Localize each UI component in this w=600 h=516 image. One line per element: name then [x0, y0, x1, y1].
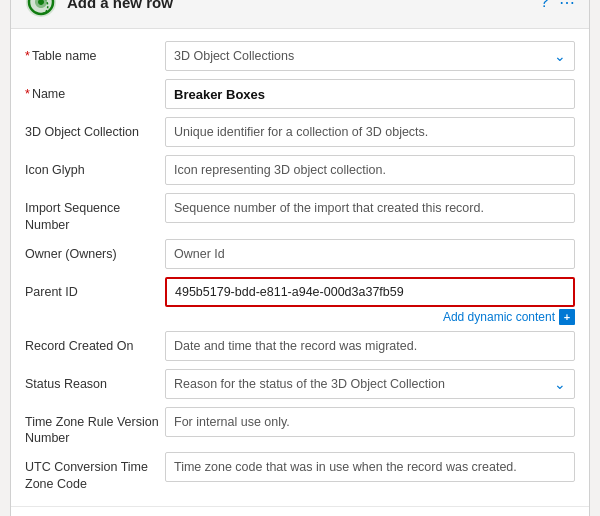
name-row: *Name Breaker Boxes: [25, 79, 575, 111]
status-reason-row: Status Reason Reason for the status of t…: [25, 369, 575, 401]
import-sequence-label: Import Sequence Number: [25, 193, 165, 233]
utc-conversion-field: Time zone code that was in use when the …: [165, 452, 575, 482]
utc-conversion-label: UTC Conversion Time Zone Code: [25, 452, 165, 492]
chevron-down-icon: ⌄: [554, 376, 566, 392]
footer[interactable]: Hide advanced options ⌃: [11, 506, 589, 516]
owner-input[interactable]: Owner Id: [165, 239, 575, 269]
import-sequence-input[interactable]: Sequence number of the import that creat…: [165, 193, 575, 223]
required-star: *: [25, 87, 30, 101]
3d-object-collection-row: 3D Object Collection Unique identifier f…: [25, 117, 575, 149]
icon-glyph-field: Icon representing 3D object collection.: [165, 155, 575, 185]
icon-glyph-row: Icon Glyph Icon representing 3D object c…: [25, 155, 575, 187]
table-name-row: *Table name 3D Object Collections ⌄: [25, 41, 575, 73]
3d-object-collection-label: 3D Object Collection: [25, 117, 165, 140]
record-created-on-field: Date and time that the record was migrat…: [165, 331, 575, 361]
parent-id-row: Parent ID 495b5179-bdd-e811-a94e-000d3a3…: [25, 277, 575, 325]
import-sequence-row: Import Sequence Number Sequence number o…: [25, 193, 575, 233]
record-created-on-input[interactable]: Date and time that the record was migrat…: [165, 331, 575, 361]
time-zone-rule-row: Time Zone Rule Version Number For intern…: [25, 407, 575, 447]
chevron-down-icon: ⌄: [554, 48, 566, 64]
dialog-header: Add a new row ? ⋯: [11, 0, 589, 29]
time-zone-rule-field: For internal use only.: [165, 407, 575, 437]
table-name-field: 3D Object Collections ⌄: [165, 41, 575, 71]
parent-id-field: 495b5179-bdd-e811-a94e-000d3a37fb59 Add …: [165, 277, 575, 325]
add-dynamic-content[interactable]: Add dynamic content +: [165, 309, 575, 325]
table-name-select[interactable]: 3D Object Collections ⌄: [165, 41, 575, 71]
app-logo: [25, 0, 57, 18]
more-options-button[interactable]: ⋯: [559, 0, 575, 12]
utc-conversion-input[interactable]: Time zone code that was in use when the …: [165, 452, 575, 482]
utc-conversion-row: UTC Conversion Time Zone Code Time zone …: [25, 452, 575, 492]
header-actions: ? ⋯: [540, 0, 575, 12]
dialog-title: Add a new row: [67, 0, 540, 11]
import-sequence-field: Sequence number of the import that creat…: [165, 193, 575, 223]
owner-label: Owner (Owners): [25, 239, 165, 262]
3d-object-collection-field: Unique identifier for a collection of 3D…: [165, 117, 575, 147]
name-field: Breaker Boxes: [165, 79, 575, 109]
time-zone-rule-input[interactable]: For internal use only.: [165, 407, 575, 437]
name-input[interactable]: Breaker Boxes: [165, 79, 575, 109]
add-new-row-card: Add a new row ? ⋯ *Table name 3D Object …: [10, 0, 590, 516]
3d-object-collection-input[interactable]: Unique identifier for a collection of 3D…: [165, 117, 575, 147]
record-created-on-row: Record Created On Date and time that the…: [25, 331, 575, 363]
table-name-value: 3D Object Collections: [174, 49, 294, 63]
help-button[interactable]: ?: [540, 0, 549, 11]
owner-field: Owner Id: [165, 239, 575, 269]
parent-id-input[interactable]: 495b5179-bdd-e811-a94e-000d3a37fb59: [165, 277, 575, 307]
icon-glyph-label: Icon Glyph: [25, 155, 165, 178]
owner-row: Owner (Owners) Owner Id: [25, 239, 575, 271]
form-content: *Table name 3D Object Collections ⌄ *Nam…: [11, 29, 589, 506]
status-reason-select[interactable]: Reason for the status of the 3D Object C…: [165, 369, 575, 399]
status-reason-field: Reason for the status of the 3D Object C…: [165, 369, 575, 399]
record-created-on-label: Record Created On: [25, 331, 165, 354]
required-star: *: [25, 49, 30, 63]
name-label: *Name: [25, 79, 165, 102]
status-reason-label: Status Reason: [25, 369, 165, 392]
time-zone-rule-label: Time Zone Rule Version Number: [25, 407, 165, 447]
table-name-label: *Table name: [25, 41, 165, 64]
add-dynamic-icon: +: [559, 309, 575, 325]
status-reason-value: Reason for the status of the 3D Object C…: [174, 377, 445, 391]
icon-glyph-input[interactable]: Icon representing 3D object collection.: [165, 155, 575, 185]
parent-id-label: Parent ID: [25, 277, 165, 300]
